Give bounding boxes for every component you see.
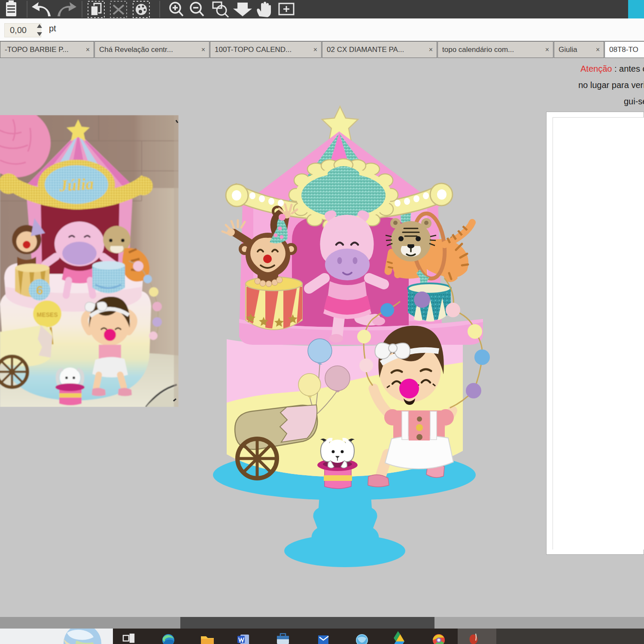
svg-text:MESES: MESES [36, 311, 58, 318]
svg-text:Júlia: Júlia [58, 174, 94, 195]
svg-text:6: 6 [36, 283, 43, 297]
